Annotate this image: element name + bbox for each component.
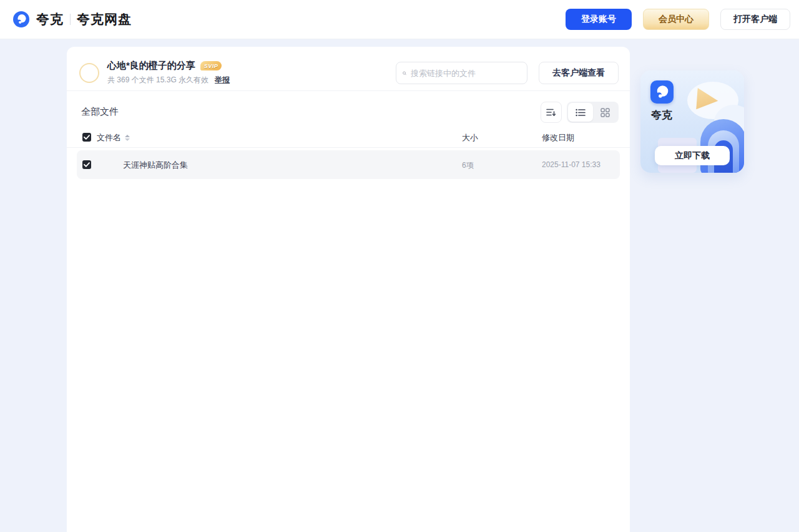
search-icon xyxy=(403,69,406,78)
brand[interactable]: 夸克 夸克网盘 xyxy=(12,11,132,28)
brand-name: 夸克 xyxy=(36,11,64,28)
check-icon xyxy=(84,162,90,167)
grid-view-button[interactable] xyxy=(593,103,618,122)
svip-badge: SVIP xyxy=(200,61,222,70)
sort-order-button[interactable] xyxy=(541,102,562,123)
login-button[interactable]: 登录账号 xyxy=(566,9,632,30)
grid-view-icon xyxy=(600,108,610,117)
share-page: 夸克 夸克网盘 登录账号 会员中心 打开客户端 心地*良的橙子的分享 SVIP … xyxy=(0,0,799,532)
select-all-checkbox[interactable] xyxy=(82,133,91,142)
share-meta-text: 共 369 个文件 15.3G 永久有效 xyxy=(107,75,208,85)
file-row[interactable]: 天涯神贴高阶合集 6项 2025-11-07 15:33 xyxy=(77,150,620,179)
list-view-button[interactable] xyxy=(568,103,593,122)
view-mode-toggle xyxy=(567,102,619,123)
report-link[interactable]: 举报 xyxy=(215,75,230,85)
download-now-button[interactable]: 立即下载 xyxy=(655,146,730,165)
app-download-card[interactable]: 夸克 立即下载 xyxy=(640,70,744,173)
search-box[interactable] xyxy=(396,62,527,84)
check-icon xyxy=(84,135,90,140)
view-in-client-button[interactable]: 去客户端查看 xyxy=(539,62,619,84)
file-size: 6项 xyxy=(462,160,474,171)
table-header: 文件名 大小 修改日期 xyxy=(67,128,630,148)
top-header: 夸克 夸克网盘 登录账号 会员中心 打开客户端 xyxy=(0,0,799,39)
quark-logo-icon xyxy=(12,11,30,28)
brand-divider xyxy=(70,14,71,25)
file-name[interactable]: 天涯神贴高阶合集 xyxy=(123,160,188,171)
file-date: 2025-11-07 15:33 xyxy=(542,160,600,169)
name-sort-icon[interactable] xyxy=(125,135,130,141)
open-client-button[interactable]: 打开客户端 xyxy=(720,9,790,30)
list-view-icon xyxy=(576,109,586,117)
share-meta: 共 369 个文件 15.3G 永久有效 举报 xyxy=(107,75,230,85)
sort-order-icon xyxy=(546,108,556,117)
vip-center-button[interactable]: 会员中心 xyxy=(643,9,709,30)
column-header-date[interactable]: 修改日期 xyxy=(542,132,574,143)
app-name: 夸克 xyxy=(651,108,672,122)
folder-icon xyxy=(99,156,117,173)
column-header-name[interactable]: 文件名 xyxy=(97,132,130,143)
share-title: 心地*良的橙子的分享 xyxy=(107,60,195,72)
brand-product-name: 夸克网盘 xyxy=(77,11,132,28)
sharer-avatar xyxy=(79,63,99,83)
share-header: 心地*良的橙子的分享 SVIP 共 369 个文件 15.3G 永久有效 举报 … xyxy=(67,47,630,91)
quark-app-icon xyxy=(650,80,674,104)
row-checkbox[interactable] xyxy=(82,160,91,169)
column-header-size[interactable]: 大小 xyxy=(462,132,478,143)
file-panel: 心地*良的橙子的分享 SVIP 共 369 个文件 15.3G 永久有效 举报 … xyxy=(67,47,630,532)
all-files-title: 全部文件 xyxy=(81,106,119,118)
header-actions: 登录账号 会员中心 打开客户端 xyxy=(566,9,799,30)
search-input[interactable] xyxy=(411,69,521,78)
